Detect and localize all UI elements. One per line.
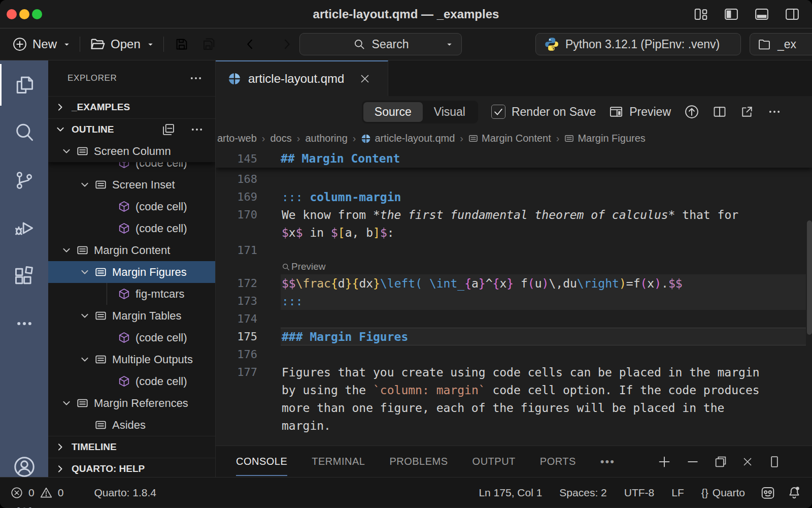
indent-setting[interactable]: Spaces: 2 xyxy=(554,487,612,499)
breadcrumb-item[interactable]: article-layout.qmd xyxy=(361,133,455,144)
outline-item[interactable]: (code cell) xyxy=(48,370,215,392)
code-editor[interactable]: 145 ## Margin Content 168169::: column-m… xyxy=(216,149,812,446)
visual-mode-button[interactable]: Visual xyxy=(423,102,477,122)
chevron-down-icon[interactable] xyxy=(80,355,95,365)
outline-item[interactable]: (code cell) xyxy=(48,196,215,217)
new-button[interactable]: New xyxy=(7,37,76,52)
minimize-panel-icon[interactable] xyxy=(685,454,700,469)
more-tabs-icon[interactable]: ••• xyxy=(600,455,615,468)
activity-search-icon[interactable] xyxy=(0,109,48,156)
code-line[interactable]: 177Figures that you create using code ce… xyxy=(216,363,812,381)
panel-layout-icon[interactable] xyxy=(767,455,782,469)
close-icon[interactable] xyxy=(358,72,371,85)
activity-extensions-icon[interactable] xyxy=(0,252,48,300)
toggle-left-panel-icon[interactable] xyxy=(723,6,740,23)
outline-item[interactable]: Multiple Outputs xyxy=(48,348,215,370)
code-line[interactable]: 170We know from *the first fundamental t… xyxy=(216,206,812,224)
breadcrumb-item[interactable]: arto-web xyxy=(217,133,257,144)
code-line[interactable]: 176 xyxy=(216,345,812,363)
chevron-down-icon[interactable] xyxy=(80,180,95,190)
workspace-selector[interactable]: _ex xyxy=(750,33,812,55)
code-line[interactable]: margin. xyxy=(216,417,812,434)
chevron-down-icon[interactable] xyxy=(61,398,77,408)
sidebar-section-outline[interactable]: OUTLINE xyxy=(48,118,215,140)
panel-tab-terminal[interactable]: TERMINAL xyxy=(312,446,365,477)
source-mode-button[interactable]: Source xyxy=(363,102,423,122)
code-line[interactable]: 168 xyxy=(216,170,812,188)
panel-tab-problems[interactable]: PROBLEMS xyxy=(389,446,448,477)
breadcrumb-item[interactable]: Margin Content xyxy=(468,133,551,144)
code-line[interactable]: 174 xyxy=(216,310,812,328)
new-console-icon[interactable] xyxy=(657,454,672,469)
toggle-right-panel-icon[interactable] xyxy=(784,6,801,23)
outline-item[interactable]: Margin Figures xyxy=(48,261,215,283)
outline-item[interactable]: Screen Inset xyxy=(48,174,215,196)
preview-codelens[interactable]: Preview xyxy=(216,259,812,274)
outline-item[interactable]: Margin Content xyxy=(48,239,215,261)
breadcrumb-item[interactable]: Margin Figures xyxy=(564,133,645,144)
more-actions-icon[interactable] xyxy=(189,71,203,85)
error-count[interactable]: 0 xyxy=(28,487,35,499)
outline-item[interactable]: (code cell) xyxy=(48,327,215,348)
code-line[interactable]: by using the `column: margin` code cell … xyxy=(216,381,812,399)
code-line[interactable]: 171 xyxy=(216,241,812,259)
chevron-down-icon[interactable] xyxy=(80,267,95,277)
outline-item[interactable]: Margin References xyxy=(48,392,215,414)
save-all-button[interactable] xyxy=(195,37,223,52)
interpreter-selector[interactable]: Python 3.12.1 (PipEnv: .venv) xyxy=(535,33,741,55)
breadcrumb-item[interactable]: docs xyxy=(270,133,291,144)
render-on-save-checkbox[interactable] xyxy=(491,105,505,119)
more-actions-icon[interactable] xyxy=(767,105,782,119)
breadcrumb-item[interactable]: authoring xyxy=(305,133,347,144)
back-button[interactable] xyxy=(237,37,263,51)
forward-button[interactable] xyxy=(274,37,300,51)
notifications-bell-icon[interactable] xyxy=(787,485,802,500)
sticky-scroll-line[interactable]: 145 ## Margin Content xyxy=(216,149,812,168)
publish-icon[interactable] xyxy=(684,104,699,119)
code-line[interactable]: $x$ in $[a, b]$: xyxy=(216,224,812,241)
feedback-smiley-icon[interactable] xyxy=(760,485,775,500)
outline-sticky-item[interactable]: Screen Column xyxy=(48,140,215,162)
activity-run-debug-icon[interactable] xyxy=(0,204,48,252)
warning-count[interactable]: 0 xyxy=(58,487,64,499)
sidebar-section-examples[interactable]: _EXAMPLES xyxy=(48,96,215,118)
collapse-all-icon[interactable] xyxy=(161,122,176,137)
open-external-icon[interactable] xyxy=(740,105,754,119)
more-actions-icon[interactable] xyxy=(190,122,204,137)
code-line[interactable]: 169::: column-margin xyxy=(216,188,812,206)
eol-setting[interactable]: LF xyxy=(666,487,689,499)
code-line[interactable]: more than one figure, each of the figure… xyxy=(216,399,812,417)
chevron-down-icon[interactable] xyxy=(80,311,95,321)
save-button[interactable] xyxy=(168,37,195,52)
close-panel-icon[interactable] xyxy=(741,455,754,468)
editor-scrollbar[interactable] xyxy=(807,220,812,335)
panel-tab-output[interactable]: OUTPUT xyxy=(472,446,516,477)
tab-article-layout[interactable]: article-layout.qmd xyxy=(216,60,388,96)
chevron-down-icon[interactable] xyxy=(61,245,77,256)
outline-item[interactable]: Margin Tables xyxy=(48,305,215,327)
code-line[interactable]: 175### Margin Figures xyxy=(216,328,812,345)
restore-panel-icon[interactable] xyxy=(714,455,728,469)
language-mode[interactable]: {} Quarto xyxy=(696,487,750,499)
open-button[interactable]: Open xyxy=(84,36,159,52)
outline-item[interactable]: fig-mtcars xyxy=(48,283,215,305)
chevron-down-icon[interactable] xyxy=(61,146,77,156)
activity-source-control-icon[interactable] xyxy=(0,156,48,204)
panel-tab-console[interactable]: CONSOLE xyxy=(236,446,287,477)
outline-item[interactable]: Asides xyxy=(48,414,215,436)
quarto-version[interactable]: Quarto: 1.8.4 xyxy=(89,487,161,499)
sidebar-section-timeline[interactable]: TIMELINE xyxy=(48,436,215,458)
code-line[interactable]: 173::: xyxy=(216,292,812,310)
preview-button[interactable]: Preview xyxy=(609,105,671,119)
toggle-bottom-panel-icon[interactable] xyxy=(753,6,770,23)
code-line[interactable]: 172$$\frac{d}{dx}\left( \int_{a}^{x} f(u… xyxy=(216,274,812,292)
cursor-position[interactable]: Ln 175, Col 1 xyxy=(473,487,547,499)
customize-layout-icon[interactable] xyxy=(692,6,709,23)
split-editor-icon[interactable] xyxy=(713,105,727,119)
sidebar-section-quarto-help[interactable]: QUARTO: HELP xyxy=(48,458,215,477)
activity-files-icon[interactable] xyxy=(0,61,48,109)
outline-item[interactable]: (code cell) xyxy=(48,217,215,239)
outline-item[interactable]: Screen Column xyxy=(48,140,215,162)
encoding[interactable]: UTF-8 xyxy=(619,487,660,499)
panel-tab-ports[interactable]: PORTS xyxy=(540,446,576,477)
